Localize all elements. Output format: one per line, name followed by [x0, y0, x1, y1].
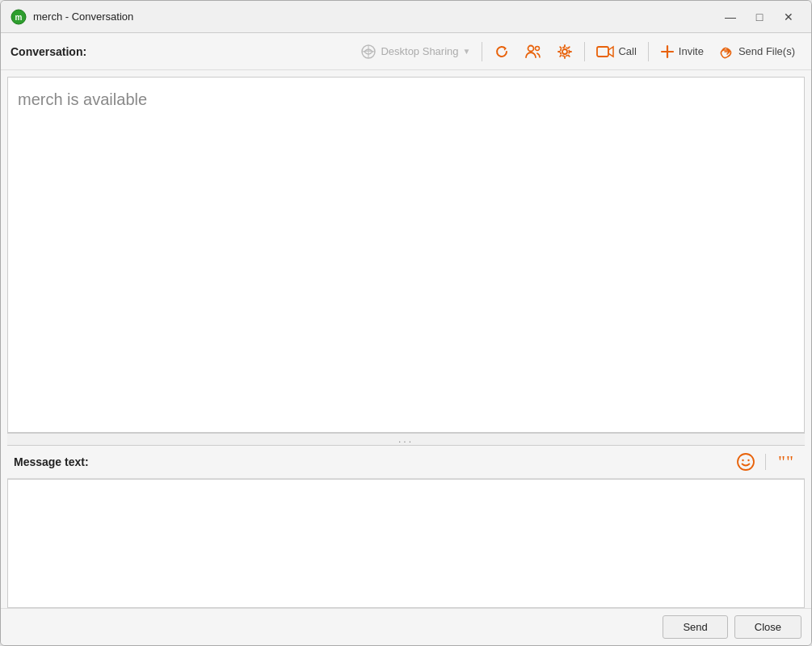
toolbar: Conversation: Desktop Sharing ▼ [1, 33, 811, 70]
conversation-label: Conversation: [11, 45, 86, 58]
call-icon [596, 45, 614, 58]
conversation-scroll[interactable]: merch is available [8, 78, 804, 432]
svg-point-4 [528, 45, 534, 51]
refresh-icon [494, 44, 510, 60]
svg-point-6 [562, 49, 567, 54]
participants-button[interactable] [518, 40, 549, 63]
maximize-button[interactable]: □ [747, 7, 772, 27]
svg-point-11 [738, 454, 754, 470]
svg-point-5 [536, 46, 540, 50]
window-controls: — □ ✕ [717, 7, 801, 27]
participants-icon [524, 44, 542, 60]
send-file-icon [718, 44, 734, 60]
message-tools: " " [733, 451, 798, 473]
message-input-wrapper [7, 479, 805, 608]
desktop-sharing-icon [360, 44, 377, 60]
minimize-button[interactable]: — [717, 7, 743, 27]
separator-1 [482, 42, 482, 61]
title-bar: m merch - Conversation — □ ✕ [1, 1, 811, 33]
send-button[interactable]: Send [663, 615, 727, 639]
status-message: merch is available [18, 87, 794, 112]
window-title: merch - Conversation [33, 10, 717, 23]
svg-text:m: m [15, 13, 23, 22]
invite-label: Invite [679, 45, 704, 57]
emoji-button[interactable] [733, 451, 759, 473]
desktop-sharing-label: Desktop Sharing [381, 45, 458, 57]
message-input[interactable] [15, 486, 797, 591]
footer: Send Close [1, 608, 811, 645]
message-separator [765, 454, 766, 470]
gear-icon [557, 44, 573, 60]
main-window: m merch - Conversation — □ ✕ Conversatio… [0, 0, 812, 646]
refresh-button[interactable] [487, 40, 516, 63]
svg-rect-8 [597, 47, 608, 57]
quote-button[interactable]: " " [772, 451, 798, 473]
message-area: Message text: [7, 446, 805, 608]
desktop-sharing-button[interactable]: Desktop Sharing ▼ [354, 40, 477, 63]
call-button[interactable]: Call [590, 42, 642, 61]
app-icon: m [11, 9, 27, 25]
svg-point-13 [747, 459, 749, 461]
call-label: Call [618, 45, 636, 57]
settings-button[interactable] [550, 40, 579, 63]
resize-divider[interactable]: ... [7, 433, 805, 446]
conversation-area: merch is available [7, 77, 805, 433]
main-content: merch is available ... Message text: [1, 70, 811, 608]
svg-point-12 [742, 459, 743, 461]
message-input-scroll[interactable] [8, 480, 804, 607]
invite-button[interactable]: Invite [654, 41, 710, 62]
svg-text:": " [778, 452, 785, 472]
message-label: Message text: [14, 455, 733, 468]
separator-2 [584, 42, 585, 61]
send-file-label: Send File(s) [738, 45, 795, 57]
message-header: Message text: [7, 446, 805, 479]
dropdown-arrow-icon: ▼ [463, 47, 471, 56]
divider-dots: ... [398, 434, 414, 445]
separator-3 [648, 42, 649, 61]
send-file-button[interactable]: Send File(s) [712, 40, 801, 63]
svg-text:": " [786, 452, 793, 472]
invite-icon [660, 44, 675, 59]
close-button[interactable]: Close [734, 615, 801, 639]
close-window-button[interactable]: ✕ [776, 7, 801, 27]
